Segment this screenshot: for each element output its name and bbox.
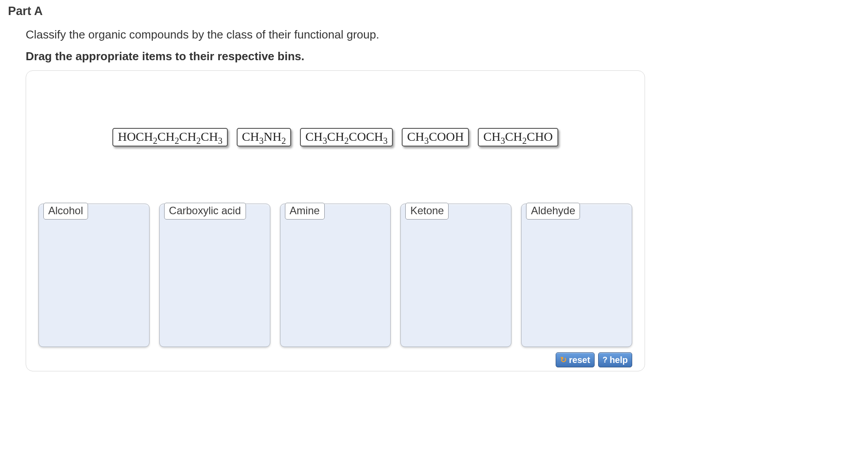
help-button-label: help (610, 355, 628, 365)
reset-button[interactable]: ↻ reset (556, 352, 595, 367)
bin-label: Aldehyde (526, 203, 580, 220)
draggable-compound[interactable]: CH3CH2COCH3 (300, 128, 393, 147)
bin-alcohol[interactable]: Alcohol (38, 204, 150, 347)
bin-amine[interactable]: Amine (280, 204, 391, 347)
draggable-compound[interactable]: CH3NH2 (237, 128, 292, 147)
controls-row: ↻ reset ? help (38, 352, 632, 367)
draggable-items-zone: HOCH2CH2CH2CH3 CH3NH2 CH3CH2COCH3 CH3COO… (38, 71, 632, 204)
help-icon: ? (603, 356, 607, 364)
bin-ketone[interactable]: Ketone (400, 204, 511, 347)
bin-label: Ketone (405, 203, 449, 220)
bin-label: Carboxylic acid (164, 203, 246, 220)
bins-row: Alcohol Carboxylic acid Amine Ketone Ald… (38, 204, 632, 347)
drag-instructions: Drag the appropriate items to their resp… (26, 50, 850, 63)
question-page: Part A Classify the organic compounds by… (0, 0, 868, 371)
help-button[interactable]: ? help (598, 352, 632, 367)
bin-label: Amine (285, 203, 325, 220)
draggable-compound[interactable]: HOCH2CH2CH2CH3 (112, 128, 227, 147)
bin-carboxylic-acid[interactable]: Carboxylic acid (159, 204, 270, 347)
draggable-compound[interactable]: CH3COOH (402, 128, 469, 147)
question-text: Classify the organic compounds by the cl… (26, 28, 850, 42)
bin-aldehyde[interactable]: Aldehyde (521, 204, 632, 347)
part-label: Part A (8, 4, 850, 18)
bin-label: Alcohol (43, 203, 88, 220)
reset-button-label: reset (569, 355, 590, 365)
draggable-compound[interactable]: CH3CH2CHO (478, 128, 558, 147)
drag-drop-activity: HOCH2CH2CH2CH3 CH3NH2 CH3CH2COCH3 CH3COO… (26, 70, 645, 371)
reset-icon: ↻ (560, 356, 567, 364)
